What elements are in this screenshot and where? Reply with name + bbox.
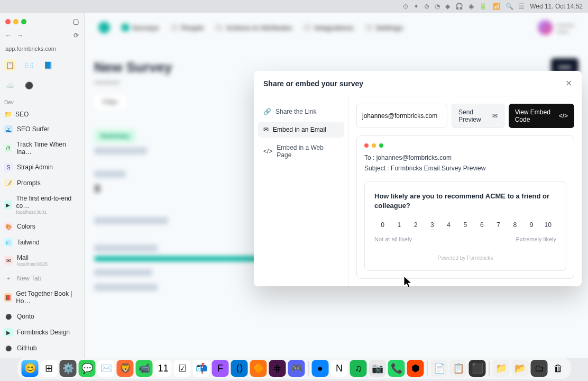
nps-option-3[interactable]: 3 [424, 218, 440, 232]
nav-actions[interactable]: Actions & Attributes [215, 24, 292, 32]
dock-spotify[interactable]: ♫ [350, 360, 367, 377]
dock-folder[interactable]: 📂 [512, 360, 529, 377]
window-minimize-icon[interactable] [13, 19, 19, 24]
nps-label-low: Not at all likely [374, 236, 412, 242]
dock-app[interactable]: 🦁 [117, 360, 134, 377]
folder-icon: 📁 [4, 111, 12, 118]
dock-mail[interactable]: ✉️ [98, 360, 115, 377]
dock-app[interactable]: 🔶 [250, 360, 267, 377]
sidebar-tab[interactable]: ▶The first end-to-end co…localhost:3001 [3, 192, 81, 217]
status-icon[interactable]: ◆ [445, 3, 450, 10]
dock-trash[interactable]: 🗑 [550, 360, 567, 377]
headphones-icon[interactable]: 🎧 [455, 3, 463, 10]
nav-forward-icon[interactable]: → [17, 32, 23, 39]
dock-reminders[interactable]: ☑ [174, 360, 191, 377]
nps-option-4[interactable]: 4 [440, 218, 457, 232]
dock-messages[interactable]: 💬 [79, 360, 96, 377]
window-maximize-icon[interactable] [21, 19, 26, 24]
nps-option-7[interactable]: 7 [490, 218, 507, 232]
pinned-tab[interactable]: 📘 [42, 59, 54, 71]
status-icon[interactable]: ◉ [468, 3, 474, 10]
sidebar-tab[interactable]: ⏱Track Time When Ina… [3, 138, 81, 158]
option-share-link[interactable]: 🔗 Share the Link [258, 104, 344, 120]
dock-folder[interactable]: 📁 [493, 360, 510, 377]
status-icon[interactable]: ✦ [414, 3, 419, 10]
dock-slack[interactable]: ⋕ [269, 360, 286, 377]
dock-discord[interactable]: 🎮 [288, 360, 305, 377]
sidebar-new-tab[interactable]: +New Tab [3, 271, 81, 285]
sidebar-tab[interactable]: ✉Maillocalhost:8025 [3, 251, 81, 269]
sidebar-tab[interactable]: 🌊SEO Surfer [3, 122, 81, 136]
dock-calendar[interactable]: 11 [155, 360, 172, 377]
pinned-tab[interactable]: ☁️ [4, 79, 16, 91]
app-logo-icon[interactable] [98, 22, 110, 33]
pinned-tab-gmail[interactable]: ✉️ [23, 59, 35, 71]
sidebar-tab[interactable]: SStrapi Admin [3, 160, 81, 174]
close-icon[interactable]: ✕ [565, 78, 572, 88]
dock-app[interactable]: ⬢ [407, 360, 424, 377]
view-embed-code-button[interactable]: View Embed Code </> [509, 104, 574, 128]
sidebar-tab[interactable]: ⚫Qonto [3, 310, 81, 323]
send-preview-button[interactable]: Send Preview ✉ [452, 104, 504, 128]
url-bar[interactable]: app.formbricks.com [3, 43, 81, 54]
dock-whatsapp[interactable]: 📞 [388, 360, 405, 377]
wifi-icon[interactable]: 📶 [492, 3, 500, 10]
nps-option-0[interactable]: 0 [374, 218, 391, 232]
status-icon[interactable]: ⊙ [403, 3, 408, 10]
wifi-icon[interactable]: ⊚ [424, 3, 429, 10]
option-embed-email[interactable]: ✉ Embed in an Email [258, 122, 344, 138]
sidebar-tab[interactable]: 📝Prompts [3, 176, 81, 190]
nav-settings[interactable]: Settings [365, 24, 403, 32]
sidebar-tab[interactable]: 🎨Colors [3, 220, 81, 233]
nps-option-2[interactable]: 2 [408, 218, 424, 232]
dock-folder[interactable]: 🗂 [531, 360, 548, 377]
nps-option-6[interactable]: 6 [474, 218, 490, 232]
window-close-icon[interactable] [5, 19, 11, 24]
dock-app[interactable]: 📄 [431, 360, 448, 377]
nps-option-1[interactable]: 1 [391, 218, 407, 232]
pinned-tab[interactable]: 📋 [4, 59, 16, 71]
menubar-datetime[interactable]: Wed 11. Oct 14:52 [530, 3, 583, 10]
dock-notion[interactable]: N [331, 360, 348, 377]
dock-app[interactable]: ● [312, 360, 329, 377]
nps-option-5[interactable]: 5 [457, 218, 473, 232]
nps-option-8[interactable]: 8 [507, 218, 523, 232]
dock-facetime[interactable]: 📹 [136, 360, 153, 377]
nps-option-10[interactable]: 10 [540, 218, 556, 232]
nav-integrations[interactable]: Integrations [304, 24, 353, 32]
summary-pill[interactable]: Summary [94, 129, 136, 143]
dock-app[interactable]: 📬 [193, 360, 210, 377]
search-icon[interactable]: 🔍 [506, 3, 513, 10]
preview-dot-icon [379, 143, 383, 148]
dock-vscode[interactable]: ⟨⟩ [231, 360, 248, 377]
sidebar-tab[interactable]: ⚫GitHub [3, 341, 81, 355]
filter-chip[interactable]: Filter [94, 95, 126, 109]
email-subject-line: Subject : Formbricks Email Survey Previe… [364, 165, 566, 172]
nav-back-icon[interactable]: ← [5, 32, 12, 39]
battery-icon[interactable]: 🔋 [479, 3, 487, 10]
pinned-tab-github[interactable]: ⚫ [23, 79, 35, 91]
code-icon: </> [263, 148, 272, 155]
dock-figma[interactable]: F [212, 360, 229, 377]
dock-app[interactable]: 📋 [450, 360, 467, 377]
sidebar-tab[interactable]: 💨Tailwind [3, 235, 81, 249]
sidebar-tab[interactable]: 📕Get Together Book | Ho… [3, 287, 81, 307]
control-center-icon[interactable]: ☰ [519, 3, 525, 10]
sidebar-folder[interactable]: 📁 SEO [3, 108, 81, 120]
dock-terminal[interactable]: ⬛ [469, 360, 486, 377]
dock-app[interactable]: ⊞ [41, 360, 58, 377]
nps-label-high: Extremely likely [516, 236, 556, 242]
dock-settings[interactable]: ⚙️ [60, 360, 77, 377]
email-input[interactable] [356, 104, 447, 128]
status-icon[interactable]: ◔ [435, 3, 440, 10]
user-avatar[interactable] [538, 20, 553, 35]
nav-reload-icon[interactable]: ⟳ [74, 32, 79, 39]
dock-finder[interactable]: 😊 [22, 360, 39, 377]
dock-app[interactable]: 📷 [369, 360, 386, 377]
nav-surveys[interactable]: Surveys [122, 24, 159, 32]
nav-people[interactable]: People [171, 24, 204, 32]
sidebar-tab[interactable]: ▶Formbricks Design [3, 325, 81, 339]
nps-option-9[interactable]: 9 [523, 218, 539, 232]
sidebar-toggle-icon[interactable]: ▢ [73, 18, 79, 25]
option-embed-web[interactable]: </> Embed in a Web Page [258, 140, 344, 163]
